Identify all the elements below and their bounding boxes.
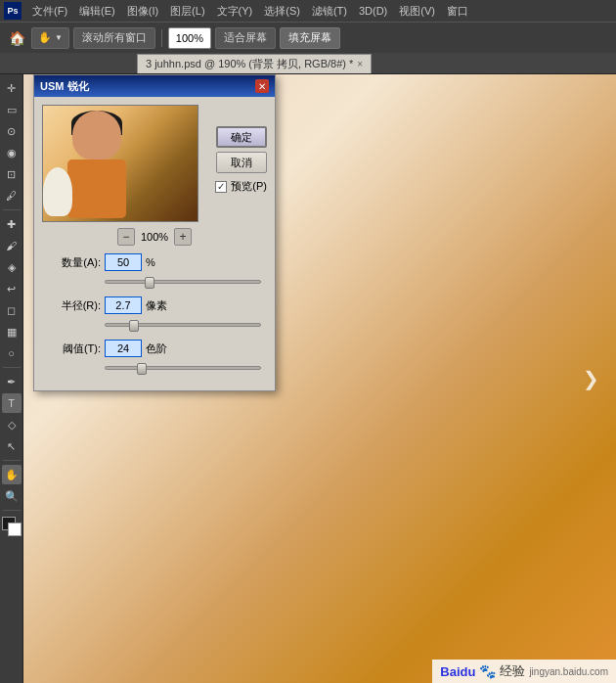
menu-image[interactable]: 图像(I) — [122, 2, 163, 21]
radius-slider-track — [105, 323, 261, 327]
threshold-input[interactable] — [105, 340, 142, 357]
amount-row: 数量(A): % — [42, 253, 267, 271]
document-tab[interactable]: 3 juhhn.psd @ 190% (背景 拷贝, RGB/8#) * × — [137, 54, 372, 73]
menu-window[interactable]: 窗口 — [442, 2, 473, 21]
toolbar-separator — [161, 29, 162, 47]
radius-slider-container — [105, 318, 261, 332]
heal-tool-icon[interactable]: ✚ — [2, 214, 22, 234]
home-icon[interactable]: 🏠 — [6, 27, 27, 49]
menu-view[interactable]: 视图(V) — [394, 2, 440, 21]
scroll-all-button[interactable]: 滚动所有窗口 — [73, 27, 155, 49]
tab-bar: 3 juhhn.psd @ 190% (背景 拷贝, RGB/8#) * × — [0, 53, 616, 74]
toolbar-separator-2 — [3, 367, 21, 368]
clone-tool-icon[interactable]: ◈ — [2, 257, 22, 277]
preview-checkbox[interactable]: ✓ — [215, 181, 227, 193]
select-rect-icon[interactable]: ▭ — [2, 100, 22, 119]
shape-tool-icon[interactable]: ◇ — [2, 415, 22, 434]
usm-right-buttons: 确定 取消 ✓ 预览(P) — [215, 126, 267, 194]
gradient-tool-icon[interactable]: ▦ — [2, 322, 22, 342]
radius-slider-thumb[interactable] — [129, 320, 139, 332]
color-swatch[interactable] — [2, 517, 22, 536]
eraser-tool-icon[interactable]: ◻ — [2, 300, 22, 320]
toolbar-separator-4 — [3, 510, 21, 511]
zoom-level-display[interactable]: 100% — [168, 27, 211, 49]
lasso-tool-icon[interactable]: ⊙ — [2, 121, 22, 141]
background-color[interactable] — [8, 523, 22, 536]
menu-text[interactable]: 文字(Y) — [212, 2, 258, 21]
usm-title-bar[interactable]: USM 锐化 ✕ — [34, 75, 275, 97]
brush-tool-icon[interactable]: 🖌 — [2, 236, 22, 255]
dropdown-arrow-icon: ▼ — [55, 33, 63, 42]
menu-file[interactable]: 文件(F) — [27, 2, 72, 21]
app-logo: Ps — [4, 2, 22, 20]
zoom-out-button[interactable]: − — [117, 228, 135, 246]
preview-checkbox-label: 预览(P) — [231, 179, 267, 194]
usm-body: − 100% + 确定 取消 ✓ — [34, 97, 275, 390]
menu-bar: Ps 文件(F) 编辑(E) 图像(I) 图层(L) 文字(Y) 选择(S) 滤… — [0, 0, 616, 22]
usm-cancel-button[interactable]: 取消 — [216, 152, 267, 173]
menu-filter[interactable]: 滤镜(T) — [307, 2, 352, 21]
history-brush-icon[interactable]: ↩ — [2, 279, 22, 298]
baidu-watermark: Baidu 🐾 经验 jingyan.baidu.com — [432, 660, 616, 683]
amount-slider-container — [105, 275, 261, 289]
main-area: ✛ ▭ ⊙ ◉ ⊡ 🖋 ✚ 🖌 ◈ ↩ ◻ ▦ ○ ✒ T ◇ ↖ ✋ 🔍 ❯ — [0, 74, 616, 683]
zoom-tool-icon[interactable]: 🔍 — [2, 486, 22, 506]
tab-close-button[interactable]: × — [357, 59, 363, 69]
zoom-plus-icon: + — [180, 230, 187, 244]
preview-head — [72, 111, 121, 159]
preview-white-obj — [43, 167, 72, 216]
baidu-site-text: jingyan.baidu.com — [529, 666, 608, 677]
threshold-label: 阈值(T): — [42, 342, 101, 356]
hand-tool-icon[interactable]: ✋ — [2, 465, 22, 484]
usm-zoom-controls: − 100% + — [42, 228, 267, 246]
left-toolbar: ✛ ▭ ⊙ ◉ ⊡ 🖋 ✚ 🖌 ◈ ↩ ◻ ▦ ○ ✒ T ◇ ↖ ✋ 🔍 — [0, 74, 23, 683]
usm-dialog: USM 锐化 ✕ — [33, 74, 276, 391]
dodge-tool-icon[interactable]: ○ — [2, 343, 22, 363]
fit-screen-button[interactable]: 适合屏幕 — [215, 27, 276, 49]
pen-tool-icon[interactable]: ✒ — [2, 372, 22, 391]
amount-input[interactable] — [105, 253, 142, 271]
threshold-row: 阈值(T): 色阶 — [42, 340, 267, 357]
toolbar-separator-3 — [3, 460, 21, 461]
move-tool-icon[interactable]: ✛ — [2, 78, 22, 98]
crop-tool-icon[interactable]: ⊡ — [2, 164, 22, 184]
toolbar: 🏠 ✋ ▼ 滚动所有窗口 100% 适合屏幕 填充屏幕 — [0, 22, 616, 53]
radius-input[interactable] — [105, 296, 142, 314]
path-select-icon[interactable]: ↖ — [2, 436, 22, 456]
hand-icon: ✋ — [38, 31, 52, 44]
threshold-slider-container — [105, 361, 261, 375]
zoom-in-button[interactable]: + — [174, 228, 192, 246]
threshold-slider-track — [105, 366, 261, 370]
text-tool-icon[interactable]: T — [2, 393, 22, 413]
radius-row: 半径(R): 像素 — [42, 296, 267, 314]
amount-unit: % — [146, 256, 155, 268]
quick-select-icon[interactable]: ◉ — [2, 143, 22, 162]
amount-slider-track — [105, 280, 261, 284]
zoom-value-display: 100% — [141, 231, 168, 243]
usm-close-button[interactable]: ✕ — [255, 79, 269, 93]
threshold-slider-thumb[interactable] — [137, 363, 147, 375]
usm-confirm-button[interactable]: 确定 — [216, 126, 267, 148]
radius-label: 半径(R): — [42, 298, 101, 313]
menu-3d[interactable]: 3D(D) — [354, 3, 392, 19]
eyedrop-tool-icon[interactable]: 🖋 — [2, 186, 22, 205]
next-arrow-button[interactable]: ❯ — [577, 365, 604, 392]
preview-photo — [43, 106, 198, 221]
usm-preview[interactable] — [42, 105, 198, 222]
amount-label: 数量(A): — [42, 255, 101, 270]
baidu-experience-text: 经验 — [500, 662, 525, 680]
menu-edit[interactable]: 编辑(E) — [74, 2, 120, 21]
fill-screen-button[interactable]: 填充屏幕 — [280, 27, 340, 49]
preview-person — [63, 111, 131, 218]
amount-slider-thumb[interactable] — [145, 277, 154, 289]
radius-unit: 像素 — [146, 298, 167, 313]
usm-title-text: USM 锐化 — [40, 79, 89, 94]
right-chevron-icon: ❯ — [583, 367, 599, 390]
menu-select[interactable]: 选择(S) — [259, 2, 305, 21]
hand-tool-button[interactable]: ✋ ▼ — [31, 27, 69, 49]
menu-layer[interactable]: 图层(L) — [165, 2, 209, 21]
baidu-paw-icon: 🐾 — [479, 663, 496, 679]
toolbar-separator-1 — [3, 209, 21, 210]
preview-checkbox-row: ✓ 预览(P) — [215, 179, 267, 194]
baidu-logo-text: Baidu — [440, 664, 475, 679]
